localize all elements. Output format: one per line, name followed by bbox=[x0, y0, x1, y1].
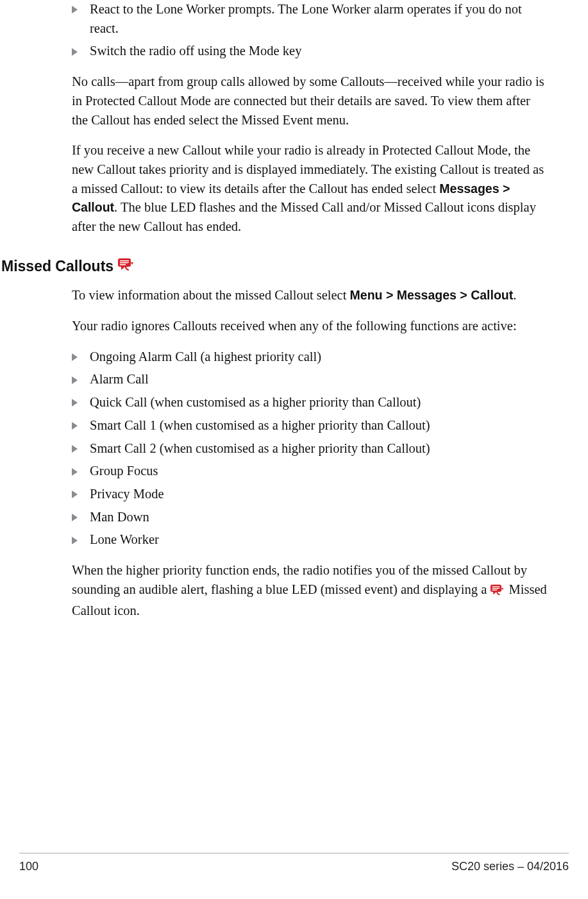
list-item: React to the Lone Worker prompts. The Lo… bbox=[72, 0, 550, 38]
paragraph: If you receive a new Callout while your … bbox=[72, 141, 550, 237]
list-item: Quick Call (when customised as a higher … bbox=[72, 393, 550, 412]
list-item: Alarm Call bbox=[72, 370, 550, 389]
paragraph: When the higher priority function ends, … bbox=[72, 561, 550, 620]
footer-row: 100 SC20 series – 04/2016 bbox=[0, 860, 588, 873]
bullet-arrow-icon bbox=[72, 537, 78, 544]
text-run: When the higher priority function ends, … bbox=[72, 563, 527, 596]
bullet-arrow-icon bbox=[72, 514, 78, 521]
list-item-text: Switch the radio off using the Mode key bbox=[90, 44, 301, 58]
bullet-arrow-icon bbox=[72, 376, 78, 384]
list-item: Group Focus bbox=[72, 462, 550, 481]
content-area: React to the Lone Worker prompts. The Lo… bbox=[72, 0, 550, 632]
list-item-text: Alarm Call bbox=[90, 372, 149, 386]
list-item: Man Down bbox=[72, 508, 550, 527]
list-item-text: Ongoing Alarm Call (a highest priority c… bbox=[90, 349, 321, 364]
list-item-text: Privacy Mode bbox=[90, 487, 164, 501]
missed-callouts-list: Ongoing Alarm Call (a highest priority c… bbox=[72, 348, 550, 550]
page-number: 100 bbox=[19, 860, 38, 873]
text-run: To view information about the missed Cal… bbox=[72, 288, 350, 302]
menu-path-text: Menu > Messages > Callout bbox=[350, 288, 514, 302]
document-id: SC20 series – 04/2016 bbox=[451, 860, 569, 873]
missed-callout-icon bbox=[117, 256, 135, 277]
text-run: . The blue LED flashes and the Missed Ca… bbox=[72, 200, 536, 233]
list-item-text: Man Down bbox=[90, 510, 149, 524]
svg-rect-5 bbox=[492, 586, 500, 587]
bullet-arrow-icon bbox=[72, 6, 78, 13]
list-item: Smart Call 2 (when customised as a highe… bbox=[72, 439, 550, 458]
list-item-text: Group Focus bbox=[90, 464, 158, 478]
bullet-arrow-icon bbox=[72, 422, 78, 430]
list-item-text: Quick Call (when customised as a higher … bbox=[90, 395, 421, 409]
list-item: Ongoing Alarm Call (a highest priority c… bbox=[72, 348, 550, 367]
bullet-arrow-icon bbox=[72, 491, 78, 498]
bullet-arrow-icon bbox=[72, 445, 78, 453]
top-bullet-list: React to the Lone Worker prompts. The Lo… bbox=[72, 0, 550, 61]
text-run: . bbox=[513, 288, 516, 302]
page-footer: 100 SC20 series – 04/2016 bbox=[0, 853, 588, 873]
missed-callout-icon bbox=[490, 582, 505, 601]
list-item: Switch the radio off using the Mode key bbox=[72, 42, 550, 61]
page: React to the Lone Worker prompts. The Lo… bbox=[0, 0, 588, 899]
heading-text: Missed Callouts bbox=[1, 256, 113, 277]
list-item-text: React to the Lone Worker prompts. The Lo… bbox=[90, 2, 522, 35]
section-heading-missed-callouts: Missed Callouts bbox=[1, 256, 550, 277]
bullet-arrow-icon bbox=[72, 399, 78, 407]
bullet-arrow-icon bbox=[72, 468, 78, 476]
list-item: Privacy Mode bbox=[72, 485, 550, 504]
list-item-text: Smart Call 1 (when customised as a highe… bbox=[90, 418, 430, 432]
footer-divider bbox=[19, 853, 569, 853]
bullet-arrow-icon bbox=[72, 48, 78, 56]
paragraph: Your radio ignores Callouts received whe… bbox=[72, 317, 550, 336]
list-item-text: Smart Call 2 (when customised as a highe… bbox=[90, 441, 430, 455]
paragraph: No calls—apart from group calls allowed … bbox=[72, 72, 550, 130]
svg-rect-1 bbox=[120, 260, 129, 262]
list-item: Smart Call 1 (when customised as a highe… bbox=[72, 416, 550, 435]
list-item: Lone Worker bbox=[72, 530, 550, 550]
list-item-text: Lone Worker bbox=[90, 532, 159, 546]
bullet-arrow-icon bbox=[72, 353, 78, 361]
paragraph: To view information about the missed Cal… bbox=[72, 286, 550, 305]
